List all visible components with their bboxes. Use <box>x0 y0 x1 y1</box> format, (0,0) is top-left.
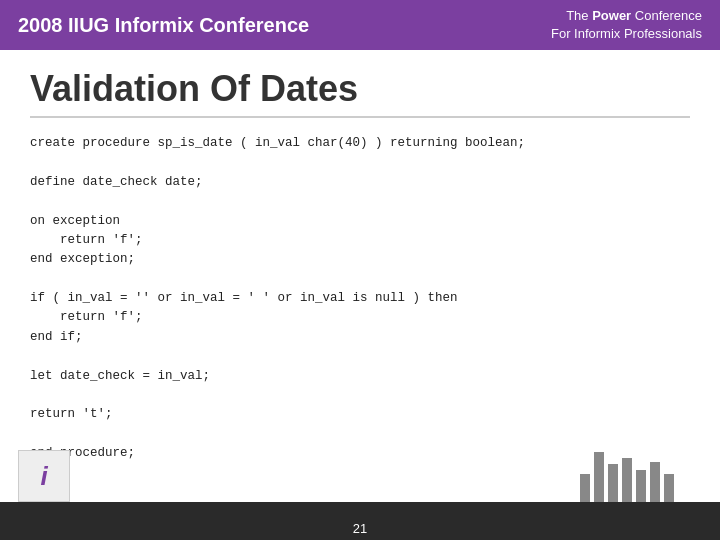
logo: i <box>18 450 70 502</box>
tower-5 <box>636 470 646 502</box>
header-bar: 2008 IIUG Informix Conference The Power … <box>0 0 720 50</box>
page-number: 21 <box>353 521 367 536</box>
footer: 21 <box>0 502 720 540</box>
subtitle-line3: For Informix Professionals <box>551 26 702 41</box>
tower-2 <box>594 452 604 502</box>
tower-7 <box>664 474 674 502</box>
main-content: Validation Of Dates create procedure sp_… <box>0 50 720 473</box>
tower-6 <box>650 462 660 502</box>
subtitle-conference: Conference <box>631 8 702 23</box>
conference-title: 2008 IIUG Informix Conference <box>18 14 309 37</box>
subtitle-power: Power <box>592 8 631 23</box>
subtitle-the: The <box>566 8 592 23</box>
tower-3 <box>608 464 618 502</box>
tower-1 <box>580 474 590 502</box>
header-subtitle: The Power Conference For Informix Profes… <box>551 7 702 43</box>
tower-4 <box>622 458 632 502</box>
tower-decoration <box>580 447 710 502</box>
logo-icon: i <box>40 461 47 492</box>
code-block: create procedure sp_is_date ( in_val cha… <box>30 134 690 463</box>
page-title: Validation Of Dates <box>30 68 690 118</box>
